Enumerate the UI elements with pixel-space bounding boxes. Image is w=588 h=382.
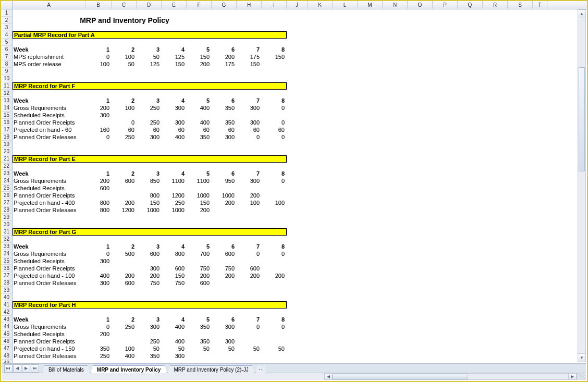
data-cell[interactable]: 350: [211, 104, 236, 112]
data-cell[interactable]: 300: [161, 352, 186, 360]
data-cell[interactable]: 60: [186, 126, 211, 133]
data-cell[interactable]: 100: [111, 53, 136, 60]
data-cell[interactable]: [261, 184, 286, 192]
data-cell[interactable]: 1: [85, 97, 111, 104]
row-header-44[interactable]: 44: [1, 323, 12, 330]
data-cell[interactable]: 5: [186, 170, 211, 177]
scroll-left-button[interactable]: ◀: [324, 373, 333, 380]
data-cell[interactable]: [161, 112, 186, 119]
row-header-48[interactable]: 48: [1, 352, 12, 360]
row-header-28[interactable]: 28: [1, 206, 12, 214]
data-cell[interactable]: 300: [211, 338, 236, 345]
data-cell[interactable]: 100: [85, 60, 111, 68]
data-cell[interactable]: 250: [136, 104, 161, 112]
row-header-37[interactable]: 37: [1, 272, 12, 279]
data-cell[interactable]: 5: [186, 46, 211, 53]
row-header-36[interactable]: 36: [1, 265, 12, 272]
col-header-I[interactable]: I: [262, 1, 287, 9]
col-header-R[interactable]: R: [483, 1, 508, 9]
data-cell[interactable]: 100: [111, 345, 136, 352]
scroll-up-button[interactable]: ▲: [578, 10, 585, 18]
data-cell[interactable]: 1: [85, 316, 111, 323]
data-cell[interactable]: 0: [111, 119, 136, 126]
col-header-Q[interactable]: Q: [458, 1, 483, 9]
col-header-M[interactable]: M: [358, 1, 383, 9]
data-cell[interactable]: 2: [111, 243, 136, 250]
col-header-F[interactable]: F: [187, 1, 212, 9]
data-cell[interactable]: 350: [136, 352, 161, 360]
row-header-16[interactable]: 16: [1, 119, 12, 126]
data-cell[interactable]: 8: [261, 316, 286, 323]
data-cell[interactable]: 700: [186, 250, 211, 257]
data-cell[interactable]: 0: [85, 133, 111, 141]
data-cell[interactable]: 300: [236, 119, 261, 126]
data-cell[interactable]: 1100: [186, 177, 211, 184]
data-cell[interactable]: 200: [211, 272, 236, 279]
data-cell[interactable]: [211, 330, 236, 338]
vertical-scroll-thumb[interactable]: [579, 67, 585, 171]
data-cell[interactable]: 300: [211, 323, 236, 330]
data-cell[interactable]: [111, 338, 136, 345]
row-header-24[interactable]: 24: [1, 177, 12, 184]
data-cell[interactable]: 200: [261, 272, 286, 279]
data-cell[interactable]: 500: [111, 250, 136, 257]
data-cell[interactable]: 300: [236, 104, 261, 112]
data-cell[interactable]: [261, 192, 286, 199]
horizontal-scroll-thumb[interactable]: [333, 374, 468, 379]
col-header-T[interactable]: T: [533, 1, 547, 9]
data-cell[interactable]: 800: [85, 199, 111, 206]
tab-nav-next[interactable]: ▶: [22, 364, 30, 373]
col-header-C[interactable]: C: [112, 1, 137, 9]
data-cell[interactable]: 850: [136, 177, 161, 184]
data-cell[interactable]: 300: [85, 257, 111, 265]
data-cell[interactable]: [111, 265, 136, 272]
data-cell[interactable]: [236, 206, 261, 214]
data-cell[interactable]: 200: [186, 206, 211, 214]
data-cell[interactable]: 50: [261, 345, 286, 352]
col-header-D[interactable]: D: [137, 1, 162, 9]
data-cell[interactable]: 50: [136, 345, 161, 352]
data-cell[interactable]: 200: [111, 199, 136, 206]
row-header-7[interactable]: 7: [1, 53, 12, 60]
data-cell[interactable]: 50: [161, 345, 186, 352]
data-cell[interactable]: 400: [161, 338, 186, 345]
data-cell[interactable]: 50: [111, 60, 136, 68]
data-cell[interactable]: [85, 119, 111, 126]
data-cell[interactable]: 0: [236, 250, 261, 257]
data-cell[interactable]: 125: [136, 60, 161, 68]
data-cell[interactable]: 1: [85, 170, 111, 177]
tab-nav-prev[interactable]: ◀: [13, 364, 21, 373]
row-header-15[interactable]: 15: [1, 112, 12, 119]
data-cell[interactable]: 400: [161, 133, 186, 141]
data-cell[interactable]: 150: [236, 60, 261, 68]
data-cell[interactable]: 200: [136, 272, 161, 279]
data-cell[interactable]: 350: [186, 133, 211, 141]
row-header-6[interactable]: 6: [1, 46, 12, 53]
data-cell[interactable]: 0: [261, 104, 286, 112]
data-cell[interactable]: 750: [211, 265, 236, 272]
row-header-39[interactable]: 39: [1, 287, 12, 294]
data-cell[interactable]: [261, 338, 286, 345]
col-header-J[interactable]: J: [287, 1, 308, 9]
data-cell[interactable]: 800: [161, 250, 186, 257]
row-header-4[interactable]: 4: [1, 31, 12, 39]
data-cell[interactable]: 125: [161, 53, 186, 60]
row-header-3[interactable]: 3: [1, 24, 12, 31]
data-cell[interactable]: 600: [161, 265, 186, 272]
data-cell[interactable]: 250: [136, 119, 161, 126]
data-cell[interactable]: [236, 184, 261, 192]
row-header-18[interactable]: 18: [1, 133, 12, 141]
row-header-31[interactable]: 31: [1, 228, 12, 236]
data-cell[interactable]: 60: [261, 126, 286, 133]
data-cell[interactable]: 300: [136, 265, 161, 272]
data-cell[interactable]: 0: [261, 177, 286, 184]
vertical-scrollbar[interactable]: ▲ ▼: [578, 9, 586, 362]
data-cell[interactable]: 200: [186, 60, 211, 68]
data-cell[interactable]: 250: [111, 133, 136, 141]
data-cell[interactable]: [211, 352, 236, 360]
row-header-1[interactable]: 1: [1, 9, 12, 17]
data-cell[interactable]: [261, 330, 286, 338]
data-cell[interactable]: 0: [236, 133, 261, 141]
data-cell[interactable]: 175: [236, 53, 261, 60]
data-cell[interactable]: 600: [85, 184, 111, 192]
